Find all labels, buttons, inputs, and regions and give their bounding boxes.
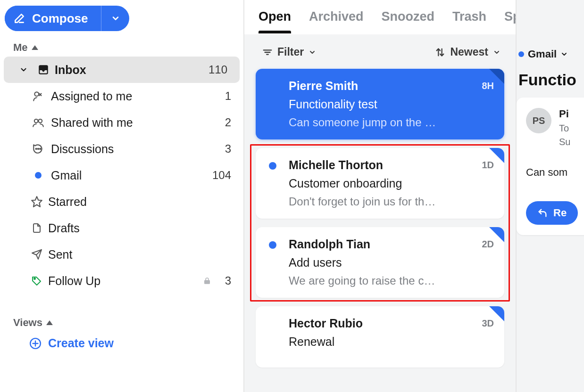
inbox-icon — [35, 64, 52, 76]
tab-spam[interactable]: Spam — [504, 9, 516, 24]
subject-line: Su — [559, 137, 570, 147]
svg-point-3 — [36, 148, 37, 149]
discussions-count: 3 — [211, 142, 235, 155]
compose-button[interactable]: Compose — [5, 6, 101, 31]
inbox-count: 110 — [208, 63, 231, 76]
tag-icon — [25, 275, 48, 286]
account-selector[interactable]: Gmail — [517, 39, 584, 65]
section-me[interactable]: Me — [0, 40, 243, 57]
plus-circle-icon — [29, 337, 42, 350]
chevron-down-icon — [309, 49, 316, 56]
sidebar-item-label: Shared with me — [51, 116, 211, 130]
message-time: 8H — [482, 81, 494, 91]
shared-icon — [25, 116, 51, 129]
compose-split-button: Compose — [5, 6, 129, 31]
message-sender: Michelle Thorton — [289, 158, 383, 172]
center-pane: Open Archived Snoozed Trash Spam Filter … — [244, 0, 516, 392]
sidebar-item-discussions[interactable]: Discussions 3 — [0, 136, 243, 162]
sort-button[interactable]: Newest — [435, 46, 501, 58]
caret-up-icon — [32, 45, 38, 50]
section-me-label: Me — [13, 41, 28, 54]
compose-dropdown[interactable] — [101, 6, 129, 31]
message-preview: Can someone jump on the … — [289, 116, 494, 129]
sidebar: Compose Me Inbox 110 — [0, 0, 244, 392]
message-body-card: PS Pi To Su Can som Re — [517, 98, 584, 235]
assigned-count: 1 — [211, 90, 235, 103]
status-dot-icon — [518, 51, 524, 57]
section-views-label: Views — [13, 317, 42, 329]
svg-point-1 — [34, 119, 38, 123]
message-subject: Add users — [289, 256, 494, 270]
message-card[interactable]: Michelle Thorton 1D Customer onboarding … — [256, 148, 504, 219]
message-title: Functio — [517, 65, 584, 98]
message-subject: Customer onboarding — [289, 177, 494, 190]
svg-point-9 — [34, 278, 35, 279]
caret-up-icon — [46, 320, 53, 325]
svg-point-0 — [34, 92, 39, 96]
from-line: Pi — [559, 108, 570, 120]
sidebar-item-label: Drafts — [48, 221, 211, 235]
tab-trash[interactable]: Trash — [452, 9, 486, 24]
sidebar-item-label: Discussions — [51, 142, 211, 156]
message-sender: Pierre Smith — [289, 79, 358, 93]
sort-icon — [435, 47, 445, 57]
message-sender: Hector Rubio — [289, 317, 363, 330]
sidebar-item-gmail[interactable]: Gmail 104 — [0, 162, 243, 188]
corner-flag-icon — [489, 227, 504, 242]
unread-dot-icon — [25, 172, 51, 179]
reply-icon — [537, 208, 548, 218]
chevron-down-icon — [111, 14, 120, 23]
to-line: To — [559, 123, 570, 134]
reply-label: Re — [553, 207, 567, 219]
sidebar-item-inbox[interactable]: Inbox 110 — [4, 57, 240, 83]
discussions-icon — [25, 143, 51, 155]
unread-dot-icon — [269, 162, 276, 170]
sidebar-item-starred[interactable]: Starred — [0, 188, 243, 215]
gmail-count: 104 — [211, 169, 235, 182]
reply-button[interactable]: Re — [526, 201, 578, 225]
tab-archived[interactable]: Archived — [309, 9, 364, 24]
tab-snoozed[interactable]: Snoozed — [382, 9, 435, 24]
svg-point-2 — [39, 119, 42, 123]
section-views[interactable]: Views — [0, 315, 243, 332]
tab-open[interactable]: Open — [259, 9, 291, 24]
create-view-label: Create view — [48, 336, 114, 350]
chevron-down-icon — [493, 49, 501, 56]
shared-count: 2 — [211, 116, 235, 129]
sent-icon — [25, 249, 48, 260]
sidebar-item-label: Sent — [48, 248, 211, 261]
compose-icon — [13, 12, 25, 24]
compose-row: Compose — [0, 4, 243, 40]
sidebar-item-sent[interactable]: Sent — [0, 241, 243, 268]
avatar: PS — [526, 108, 551, 133]
chevron-down-icon — [12, 65, 35, 74]
unread-dot-icon — [269, 241, 276, 249]
filter-row: Filter Newest — [256, 43, 504, 69]
sidebar-item-label: Assigned to me — [51, 90, 211, 103]
corner-flag-icon — [489, 148, 504, 163]
sidebar-item-drafts[interactable]: Drafts — [0, 215, 243, 241]
sidebar-item-label: Gmail — [51, 169, 211, 182]
lock-icon — [203, 274, 211, 288]
drafts-icon — [25, 222, 48, 234]
message-card[interactable]: Randolph Tian 2D Add users We are going … — [256, 227, 504, 298]
message-preview: We are going to raise the c… — [289, 274, 494, 287]
filter-button[interactable]: Filter — [262, 46, 316, 58]
create-view[interactable]: Create view — [0, 332, 243, 350]
svg-point-4 — [38, 148, 39, 149]
message-list: Filter Newest Pierre Smith 8H Functional… — [244, 34, 516, 392]
svg-point-5 — [40, 148, 41, 149]
message-subject: Functionality test — [289, 98, 494, 111]
sort-label: Newest — [450, 46, 488, 58]
filter-label: Filter — [277, 46, 304, 58]
message-sender: Randolph Tian — [289, 237, 370, 251]
message-card[interactable]: Hector Rubio 3D Renewal — [256, 306, 504, 368]
sidebar-item-followup[interactable]: Follow Up 3 — [0, 268, 243, 294]
message-card[interactable]: Pierre Smith 8H Functionality test Can s… — [256, 69, 504, 139]
star-icon — [25, 196, 48, 208]
account-label: Gmail — [528, 48, 557, 60]
sidebar-item-shared[interactable]: Shared with me 2 — [0, 109, 243, 136]
message-body: Can som — [526, 166, 584, 179]
sidebar-item-assigned[interactable]: Assigned to me 1 — [0, 83, 243, 109]
sidebar-item-label: Inbox — [55, 63, 208, 77]
